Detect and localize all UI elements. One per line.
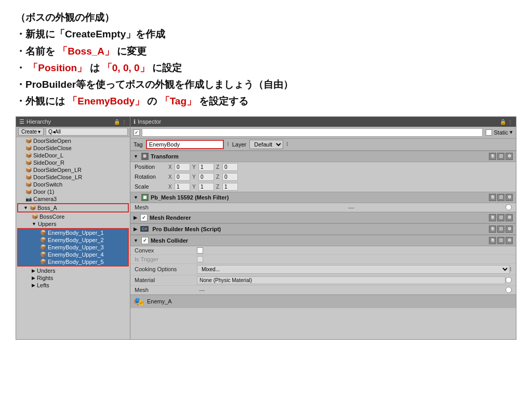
mesh-filter-header[interactable]: ▼ ▦ Pb_Mesh 15592 (Mesh Filter) ⎘ ⊡ ⚙ <box>130 192 516 203</box>
doorsideclose-label: DoorSideClose <box>33 145 72 151</box>
mesh-filter-paste-btn[interactable]: ⊡ <box>497 194 504 201</box>
transform-settings-btn[interactable]: ⚙ <box>506 153 513 160</box>
material-row: Material None (Physic Material) <box>130 275 516 286</box>
enemy5-label: EnemyBody_Upper_5 <box>48 259 104 265</box>
scale-y-item: Y <box>192 183 214 191</box>
hierarchy-item-doorsideclose-lr[interactable]: 📦 DoorSideClose_LR <box>16 174 130 181</box>
transform-copy-btn[interactable]: ⎘ <box>489 153 496 160</box>
hierarchy-item-doorswitch[interactable]: 📦 DoorSwitch <box>16 181 130 188</box>
scale-z-axis: Z <box>216 184 221 190</box>
hierarchy-item-sidedoor-l[interactable]: 📦 SideDoor_L <box>16 152 130 159</box>
convex-checkbox[interactable] <box>197 247 203 254</box>
hierarchy-item-doorsideclose[interactable]: 📦 DoorSideClose <box>16 144 130 152</box>
position-x-axis: X <box>168 164 174 170</box>
hierarchy-item-boss-a[interactable]: ▼ 📦 Boss_A <box>18 204 128 211</box>
mesh-filter-copy-btn[interactable]: ⎘ <box>489 194 496 201</box>
tag-dropdown-icon: ⁝ <box>227 141 229 148</box>
mesh-collider-checkbox[interactable]: ✓ <box>141 237 149 244</box>
mesh-filter-settings-btn[interactable]: ⚙ <box>506 194 513 201</box>
enemybody-group-border: 📦 EnemyBody_Upper_1 📦 EnemyBody_Upper_2 … <box>17 228 129 267</box>
rotation-z-input[interactable] <box>222 173 238 181</box>
rotation-y-input[interactable] <box>198 173 214 181</box>
transform-paste-btn[interactable]: ⊡ <box>497 153 504 160</box>
enemy-a-label: Enemy_A <box>147 298 172 304</box>
rotation-y-axis: Y <box>192 174 197 180</box>
transform-expand-arrow: ▼ <box>134 154 138 159</box>
hierarchy-item-enemybody-upper-4[interactable]: 📦 EnemyBody_Upper_4 <box>18 251 128 258</box>
sidedoor-r-label: SideDoor_R <box>33 159 64 166</box>
pro-builder-header[interactable]: ▶ C# Pro Builder Mesh (Script) ⎘ ⊡ ⚙ <box>130 223 516 235</box>
mesh-filter-circle[interactable] <box>506 204 512 210</box>
static-area: Static ▾ <box>486 129 513 136</box>
inspector-header: ℹ Inspector 🔒 ⋮ <box>130 117 516 127</box>
mesh-collider-mesh-row: Mesh — <box>130 286 516 295</box>
camera3-label: Camera3 <box>33 196 57 202</box>
position-z-input[interactable] <box>222 163 238 171</box>
material-circle[interactable] <box>506 277 512 283</box>
hierarchy-item-lefts[interactable]: ▶ Lefts <box>16 282 130 289</box>
scale-label: Scale <box>135 183 168 190</box>
mesh-collider-mesh-circle[interactable] <box>506 287 512 293</box>
create-button[interactable]: Create ▾ <box>18 128 44 136</box>
object-name-field[interactable] <box>142 128 483 137</box>
tag-layer-row: Tag ⁝ Layer Default ⁝ <box>130 139 516 151</box>
position-y-input[interactable] <box>198 163 214 171</box>
hierarchy-item-sidedoor-r[interactable]: 📦 SideDoor_R <box>16 159 130 166</box>
hierarchy-search-input[interactable] <box>46 128 128 136</box>
mesh-renderer-settings-btn[interactable]: ⚙ <box>506 214 513 221</box>
hierarchy-item-uppers[interactable]: ▼ Uppers <box>16 220 130 228</box>
mesh-renderer-copy-btn[interactable]: ⎘ <box>489 214 496 221</box>
hierarchy-header-icons: 🔒 ⋮ <box>114 119 127 125</box>
boss-a-icon: 📦 <box>30 205 36 210</box>
transform-header[interactable]: ▼ ⊞ Transform ⎘ ⊡ ⚙ <box>130 151 516 162</box>
scale-z-item: Z <box>216 183 238 191</box>
tag-field[interactable] <box>146 140 224 149</box>
hierarchy-item-enemybody-upper-1[interactable]: 📦 EnemyBody_Upper_1 <box>18 229 128 236</box>
convex-label: Convex <box>135 247 197 254</box>
inspector-header-left: ℹ Inspector <box>134 118 161 125</box>
hierarchy-item-bosscore[interactable]: 📦 BossCore <box>16 213 130 220</box>
cooking-options-label: Cooking Options <box>135 266 197 272</box>
scale-y-input[interactable] <box>198 183 214 191</box>
hierarchy-item-enemybody-upper-2[interactable]: 📦 EnemyBody_Upper_2 <box>18 236 128 244</box>
mesh-renderer-checkbox[interactable]: ✓ <box>140 214 148 221</box>
camera3-icon: 📷 <box>25 196 32 202</box>
hierarchy-item-enemybody-upper-3[interactable]: 📦 EnemyBody_Upper_3 <box>18 244 128 251</box>
hierarchy-item-door1[interactable]: 📦 Door (1) <box>16 188 130 195</box>
mesh-collider-mesh-label: Mesh <box>135 287 197 293</box>
rotation-xyz: X Y Z <box>168 173 512 181</box>
enemy-a-icon: 🎭 <box>134 297 144 307</box>
scale-x-input[interactable] <box>175 183 190 191</box>
mesh-renderer-header[interactable]: ▶ ✓ Mesh Renderer ⎘ ⊡ ⚙ <box>130 212 516 223</box>
hierarchy-item-unders[interactable]: ▶ Unders <box>16 267 130 274</box>
convex-row: Convex <box>130 246 516 255</box>
mesh-renderer-paste-btn[interactable]: ⊡ <box>497 214 504 221</box>
mesh-collider-settings-btn[interactable]: ⚙ <box>506 237 513 244</box>
hierarchy-item-rights[interactable]: ▶ Rights <box>16 274 130 282</box>
pro-builder-settings-btn[interactable]: ⚙ <box>506 225 513 233</box>
mesh-collider-header[interactable]: ▼ ✓ Mesh Collider ⎘ ⊡ ⚙ <box>130 235 516 246</box>
scale-z-input[interactable] <box>222 183 238 191</box>
mesh-collider-paste-btn[interactable]: ⊡ <box>497 237 504 244</box>
is-trigger-checkbox[interactable] <box>197 256 203 262</box>
layer-dropdown[interactable]: Default <box>249 140 283 149</box>
mesh-collider-label: Mesh Collider <box>151 237 188 244</box>
cooking-options-arrow: ⁝ <box>510 266 512 273</box>
mesh-collider-copy-btn[interactable]: ⎘ <box>489 237 496 244</box>
mesh-filter-mesh-label: Mesh <box>135 204 197 210</box>
line-2: ・新規に「CreateEmpty」を作成 <box>16 26 516 43</box>
cooking-options-dropdown[interactable]: Mixed... <box>197 265 510 274</box>
pro-builder-paste-btn[interactable]: ⊡ <box>497 225 504 233</box>
inspector-header-icons: 🔒 ⋮ <box>500 119 513 125</box>
mesh-renderer-label: Mesh Renderer <box>150 215 191 221</box>
hierarchy-item-camera3[interactable]: 📷 Camera3 <box>16 195 130 203</box>
hierarchy-item-enemybody-upper-5[interactable]: 📦 EnemyBody_Upper_5 <box>18 258 128 265</box>
pro-builder-copy-btn[interactable]: ⎘ <box>489 225 496 233</box>
rotation-x-input[interactable] <box>175 173 190 181</box>
active-checkbox[interactable]: ✓ <box>134 129 140 136</box>
hierarchy-item-doorsideopen[interactable]: 📦 DoorSideOpen <box>16 137 130 144</box>
static-dropdown-arrow: ▾ <box>510 129 513 136</box>
static-checkbox[interactable] <box>486 129 492 136</box>
position-x-input[interactable] <box>175 163 190 171</box>
hierarchy-item-doorsideopen-lr[interactable]: 📦 DoorSideOpen_LR <box>16 166 130 174</box>
